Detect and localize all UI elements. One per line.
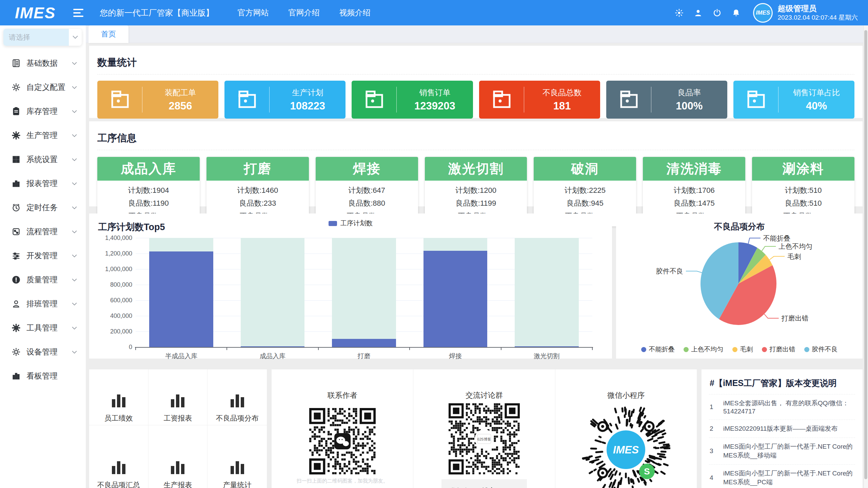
sidebar-item-2[interactable]: 库存管理 bbox=[0, 99, 86, 123]
navbar-links: 官方网站官网介绍视频介绍 bbox=[237, 7, 370, 18]
imes-logo: IMESS bbox=[607, 430, 655, 479]
nav-link-2[interactable]: 视频介绍 bbox=[339, 7, 370, 18]
sidebar-item-9[interactable]: 质量管理 bbox=[0, 268, 86, 292]
x-tick bbox=[592, 348, 593, 350]
sidebar-item-13[interactable]: 看板管理 bbox=[0, 364, 86, 388]
folder-icon bbox=[606, 90, 651, 109]
sidebar-item-6[interactable]: 定时任务 bbox=[0, 196, 86, 220]
sidebar-select[interactable]: 请选择 bbox=[3, 29, 82, 46]
report-tile-1[interactable]: 工资报表 bbox=[149, 369, 208, 425]
pie-legend-item-2[interactable]: 毛刺 bbox=[732, 345, 753, 354]
sidebar-item-5[interactable]: 报表管理 bbox=[0, 171, 86, 196]
category-band bbox=[241, 238, 305, 347]
sidebar-item-10[interactable]: 排班管理 bbox=[0, 292, 86, 316]
datetime: 2023.02.04 02:07:44 星期六 bbox=[777, 14, 858, 22]
nav-link-1[interactable]: 官网介绍 bbox=[288, 7, 319, 18]
sidebar-item-1[interactable]: 自定义配置 bbox=[0, 75, 86, 99]
pie-legend-item-0[interactable]: 不能折叠 bbox=[641, 345, 675, 354]
navbar-right: IMES 超级管理员 2023.02.04 02:07:44 星期六 bbox=[670, 3, 868, 23]
sidebar-item-4[interactable]: 系统设置 bbox=[0, 147, 86, 171]
power-icon[interactable] bbox=[708, 8, 727, 17]
sidebar-item-label: 排班管理 bbox=[26, 299, 58, 309]
stats-panel: 数量统计 装配工单2856生产计划108223销售订单1239203不良品总数1… bbox=[89, 46, 863, 118]
qr-group-code: 625博客 bbox=[413, 403, 555, 474]
stat-value: 40% bbox=[778, 100, 854, 112]
sidebar-item-11[interactable]: 工具管理 bbox=[0, 316, 86, 340]
pie-legend-item-1[interactable]: 上色不均匀 bbox=[684, 345, 724, 354]
miniprogram-center-text: IMES bbox=[613, 444, 639, 456]
user-icon[interactable] bbox=[689, 8, 708, 17]
sidebar-item-12[interactable]: 设备管理 bbox=[0, 340, 86, 364]
vertical-scrollbar[interactable] bbox=[863, 25, 868, 488]
svg-text:S: S bbox=[644, 466, 650, 476]
bar-0[interactable] bbox=[149, 251, 213, 347]
user-role: 超级管理员 bbox=[777, 4, 858, 14]
plan-count: 计划数:1460 bbox=[206, 184, 309, 197]
avatar[interactable]: IMES bbox=[753, 3, 773, 23]
pie-label: 胶件不良 bbox=[656, 267, 683, 275]
legend-label: 毛刺 bbox=[740, 345, 753, 354]
stat-text: 生产计划108223 bbox=[270, 87, 346, 112]
good-count: 良品数:510 bbox=[752, 197, 854, 210]
report-tile-2[interactable]: 不良品项分布 bbox=[208, 369, 267, 425]
miniprogram-code-image: IMESS bbox=[581, 405, 670, 488]
gear-outline-icon bbox=[11, 83, 21, 92]
pie-label-line bbox=[769, 257, 785, 260]
bar-2[interactable] bbox=[332, 339, 396, 347]
qr-miniprogram-column: 微信小程序 IMESS bbox=[555, 369, 697, 488]
folder-icon bbox=[479, 90, 524, 109]
process-card-name: 破洞 bbox=[534, 157, 636, 181]
report-tile-0[interactable]: 员工绩效 bbox=[89, 369, 149, 425]
bell-icon[interactable] bbox=[727, 8, 746, 17]
bar-chart-legend[interactable]: 工序计划数 bbox=[89, 219, 612, 228]
sidebar-item-7[interactable]: 流程管理 bbox=[0, 220, 86, 244]
pie-chart-panel: 不良品项分布 不能折叠上色不均匀毛刺打磨出错胶件不良 不能折叠上色不均匀毛刺打磨… bbox=[616, 214, 863, 359]
x-axis-line bbox=[135, 347, 593, 348]
bar-chart-icon bbox=[231, 394, 244, 407]
sidebar-item-8[interactable]: 开发管理 bbox=[0, 244, 86, 268]
plan-count: 计划数:510 bbox=[752, 184, 854, 197]
nav-link-0[interactable]: 官方网站 bbox=[237, 7, 269, 18]
sidebar-item-label: 库存管理 bbox=[26, 106, 58, 117]
process-card-name: 打磨 bbox=[206, 157, 309, 181]
tab-home[interactable]: 首页 bbox=[88, 25, 129, 43]
gear-icon[interactable] bbox=[670, 8, 689, 17]
bar-slot-0: 半成品入库 bbox=[136, 238, 227, 347]
bar-chart-icon bbox=[231, 461, 244, 474]
pie-legend-item-3[interactable]: 打磨出错 bbox=[762, 345, 795, 354]
report-tile-5[interactable]: 产量统计 bbox=[208, 425, 267, 488]
report-tile-3[interactable]: 不良品项汇总 bbox=[89, 425, 149, 488]
bar-chart-icon bbox=[171, 461, 184, 474]
sidebar-item-label: 定时任务 bbox=[26, 202, 58, 213]
report-tile-4[interactable]: 生产报表 bbox=[149, 425, 208, 488]
bar-chart-panel: 工序计划数Top5 工序计划数 0200,000400,000600,00080… bbox=[89, 214, 612, 359]
gear-icon bbox=[11, 324, 21, 332]
changelog-list: 1iMES全套源码出售， 有意的联系QQ/微信：5142247172iMES20… bbox=[709, 394, 855, 488]
select-placeholder[interactable]: 请选择 bbox=[3, 29, 69, 46]
x-tick bbox=[501, 348, 501, 350]
chevron-down-icon bbox=[72, 108, 77, 115]
stat-card-4: 良品率100% bbox=[606, 81, 727, 119]
chevron-down-icon bbox=[72, 325, 77, 331]
bar-3[interactable] bbox=[423, 251, 488, 347]
scrollbar-thumb[interactable] bbox=[864, 30, 867, 479]
plan-count: 计划数:2225 bbox=[534, 184, 636, 197]
legend-label: 胶件不良 bbox=[812, 345, 838, 354]
stat-text: 销售订单占比40% bbox=[778, 87, 854, 112]
sidebar-item-0[interactable]: 基础数据 bbox=[0, 51, 86, 75]
menu-toggle-icon[interactable] bbox=[73, 9, 83, 17]
plan-count: 计划数:1200 bbox=[425, 184, 527, 197]
changelog-item-1: 2iMES20220911版本更新——桌面端发布 bbox=[709, 420, 855, 438]
changelog-item-number: 4 bbox=[709, 474, 723, 482]
legend-label: 打磨出错 bbox=[770, 345, 795, 354]
changelog-title: #【iMES工厂管家】版本变更说明 bbox=[709, 374, 855, 394]
person-icon bbox=[11, 300, 21, 308]
qr-group-info: 群名称:625博客群 号:300884004 bbox=[441, 479, 527, 488]
y-tick-label: 1,200,000 bbox=[105, 250, 132, 257]
pie-label: 打磨出错 bbox=[781, 314, 809, 322]
sidebar-item-label: 质量管理 bbox=[26, 274, 58, 285]
pie-chart-legend[interactable]: 不能折叠上色不均匀毛刺打磨出错胶件不良 bbox=[616, 345, 863, 354]
pie-legend-item-4[interactable]: 胶件不良 bbox=[804, 345, 838, 354]
stat-text: 不良品总数181 bbox=[524, 87, 600, 112]
sidebar-item-3[interactable]: 生产管理 bbox=[0, 123, 86, 147]
